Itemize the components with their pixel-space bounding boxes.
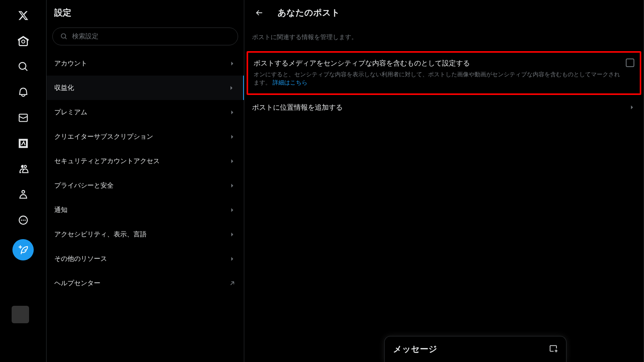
communities-icon[interactable]: [14, 159, 33, 179]
menu-accessibility[interactable]: アクセシビリティ、表示、言語: [47, 222, 244, 247]
new-message-icon[interactable]: [549, 344, 558, 354]
settings-title: 設定: [47, 0, 244, 26]
grok-icon[interactable]: [14, 134, 33, 153]
menu-creator-subscription[interactable]: クリエイターサブスクリプション: [47, 124, 244, 149]
chevron-right-icon: [228, 84, 235, 92]
detail-header: あなたのポスト: [244, 0, 644, 26]
left-navigation: [0, 0, 47, 362]
menu-label: 通知: [54, 205, 67, 214]
profile-icon[interactable]: [14, 185, 33, 204]
detail-panel: あなたのポスト ポストに関連する情報を管理します。 ポストするメディアをセンシテ…: [244, 0, 644, 362]
settings-panel: 設定 アカウント 収益化 プレミアム クリエイターサブスクリプション セキュリテ…: [47, 0, 244, 362]
menu-label: セキュリティとアカウントアクセス: [54, 157, 160, 165]
menu-account[interactable]: アカウント: [47, 51, 244, 76]
menu-other-resources[interactable]: その他のリソース: [47, 247, 244, 271]
svg-point-3: [24, 219, 26, 221]
x-logo[interactable]: [14, 6, 33, 25]
search-input-icon: [60, 33, 67, 40]
detail-subtitle: ポストに関連する情報を管理します。: [244, 26, 644, 51]
avatar[interactable]: [12, 306, 29, 323]
chevron-right-icon: [228, 133, 236, 141]
notifications-icon[interactable]: [14, 83, 33, 102]
chevron-right-icon: [228, 231, 236, 238]
external-link-icon: [228, 279, 236, 287]
location-option[interactable]: ポストに位置情報を追加する: [244, 95, 644, 120]
option-title: ポストするメディアをセンシティブな内容を含むものとして設定する: [254, 59, 620, 68]
home-icon[interactable]: [14, 31, 33, 51]
menu-label: アカウント: [54, 59, 87, 68]
detail-title: あなたのポスト: [278, 7, 340, 19]
option-label: ポストに位置情報を追加する: [252, 103, 343, 112]
search-container: [47, 26, 244, 51]
messages-icon[interactable]: [14, 108, 33, 128]
search-box[interactable]: [52, 28, 238, 45]
chevron-right-icon: [228, 109, 236, 116]
menu-label: プライバシーと安全: [54, 181, 114, 190]
menu-help-center[interactable]: ヘルプセンター: [47, 271, 244, 295]
menu-label: ヘルプセンター: [54, 279, 100, 288]
menu-security-access[interactable]: セキュリティとアカウントアクセス: [47, 149, 244, 173]
menu-label: アクセシビリティ、表示、言語: [54, 230, 147, 239]
sensitive-checkbox[interactable]: [626, 59, 634, 67]
sensitive-media-option: ポストするメディアをセンシティブな内容を含むものとして設定する オンにすると、セ…: [247, 51, 641, 95]
chevron-right-icon: [228, 182, 236, 190]
menu-label: プレミアム: [54, 108, 87, 117]
chevron-right-icon: [228, 255, 236, 263]
messages-drawer[interactable]: メッセージ: [384, 336, 566, 362]
menu-monetization[interactable]: 収益化: [47, 76, 244, 100]
chevron-right-icon: [228, 206, 236, 214]
chevron-right-icon: [228, 60, 236, 67]
option-description: オンにすると、センシティブな内容を表示しない利用者に対して、ポストした画像や動画…: [254, 70, 620, 86]
chevron-right-icon: [228, 157, 236, 165]
back-button[interactable]: [252, 6, 266, 20]
menu-label: 収益化: [54, 83, 74, 92]
compose-button[interactable]: [12, 239, 34, 260]
menu-label: クリエイターサブスクリプション: [54, 132, 153, 141]
search-input[interactable]: [72, 33, 230, 40]
chevron-right-icon: [628, 103, 636, 111]
messages-title: メッセージ: [393, 343, 437, 355]
arrow-left-icon: [255, 9, 263, 17]
more-icon[interactable]: [14, 210, 33, 230]
menu-notifications[interactable]: 通知: [47, 198, 244, 222]
svg-point-2: [22, 219, 24, 221]
learn-more-link[interactable]: 詳細はこちら: [273, 79, 307, 86]
search-icon[interactable]: [14, 57, 33, 76]
menu-premium[interactable]: プレミアム: [47, 100, 244, 124]
menu-label: その他のリソース: [54, 254, 107, 263]
menu-privacy-safety[interactable]: プライバシーと安全: [47, 173, 244, 198]
svg-point-1: [21, 219, 22, 221]
